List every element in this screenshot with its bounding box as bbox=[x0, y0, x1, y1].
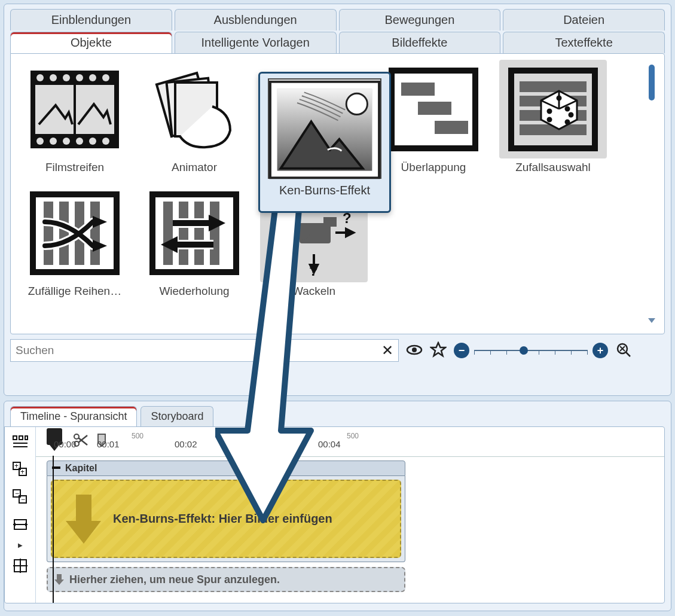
svg-point-10 bbox=[63, 138, 70, 145]
search-input[interactable] bbox=[16, 344, 381, 357]
fit-width-button[interactable] bbox=[10, 514, 30, 535]
zoom-in-button[interactable]: + bbox=[592, 343, 608, 358]
object-item-zufaellige-reihenfolge[interactable]: Zufällige Reihen… bbox=[19, 184, 130, 298]
search-toolbar: ✕ − + bbox=[10, 339, 665, 362]
arrow-down-icon bbox=[63, 492, 105, 546]
svg-text:?: ? bbox=[309, 263, 318, 278]
remove-track-button[interactable]: −− bbox=[10, 487, 30, 507]
svg-text:−: − bbox=[15, 489, 19, 498]
svg-rect-73 bbox=[19, 436, 23, 440]
tab-label: Objekte bbox=[71, 36, 112, 49]
tab-label: Timeline - Spuransicht bbox=[20, 410, 127, 422]
tab-bildeffekte[interactable]: Bildeffekte bbox=[339, 32, 501, 53]
tab-dateien[interactable]: Dateien bbox=[503, 9, 665, 31]
dice-icon bbox=[499, 60, 607, 158]
chapter-body: Ken-Burns-Effekt: Hier Bilder einfügen bbox=[47, 476, 405, 562]
ken-burns-drop-zone[interactable]: Ken-Burns-Effekt: Hier Bilder einfügen bbox=[51, 480, 401, 558]
svg-point-31 bbox=[557, 96, 561, 100]
scroll-thumb[interactable] bbox=[649, 65, 655, 100]
svg-marker-59 bbox=[274, 229, 282, 236]
svg-rect-23 bbox=[520, 81, 587, 92]
object-label: Animator bbox=[139, 161, 250, 174]
ruler-time-label: 00:04 bbox=[318, 439, 341, 449]
filmstrip-icon bbox=[21, 60, 129, 158]
fit-all-button[interactable] bbox=[10, 556, 30, 576]
kenburns-icon bbox=[268, 78, 381, 179]
svg-point-36 bbox=[566, 120, 569, 124]
zoom-slider-track[interactable] bbox=[474, 350, 588, 351]
object-label: Überlappung bbox=[378, 161, 489, 174]
tracks-overview-button[interactable] bbox=[10, 432, 30, 452]
tab-label: Bewegungen bbox=[384, 13, 454, 26]
object-label: Zufällige Reihen… bbox=[19, 285, 130, 298]
tab-label: Texteffekte bbox=[555, 36, 612, 49]
ruler-time-label: 00:00 bbox=[54, 439, 77, 449]
tab-texteffekte[interactable]: Texteffekte bbox=[503, 32, 665, 53]
tab-ausblendungen[interactable]: Ausblendungen bbox=[175, 9, 337, 31]
ruler-subtick-label: 500 bbox=[347, 432, 359, 440]
eye-icon[interactable] bbox=[406, 341, 423, 360]
zoom-slider: − + bbox=[454, 343, 608, 358]
object-label: Wackeln bbox=[258, 285, 369, 298]
shuffle-icon bbox=[21, 184, 129, 282]
drop-hint-label: Ken-Burns-Effekt: Hier Bilder einfügen bbox=[113, 512, 332, 526]
tab-einblendungen[interactable]: Einblendungen bbox=[10, 9, 172, 31]
drag-preview-label: Ken-Burns-Effekt bbox=[279, 184, 370, 197]
chevron-down-icon[interactable] bbox=[648, 318, 655, 323]
chapter-header[interactable]: Kapitel bbox=[47, 461, 405, 476]
svg-line-69 bbox=[626, 352, 630, 356]
clear-search-icon[interactable]: ✕ bbox=[381, 342, 393, 359]
svg-point-9 bbox=[50, 138, 57, 145]
svg-point-4 bbox=[63, 74, 70, 81]
svg-rect-74 bbox=[25, 436, 28, 440]
tab-objekte[interactable]: Objekte bbox=[10, 32, 172, 53]
tab-label: Intelligente Vorlagen bbox=[201, 36, 310, 49]
svg-rect-38 bbox=[44, 202, 53, 265]
object-item-wiederholung[interactable]: Wiederholung bbox=[139, 184, 250, 298]
svg-point-33 bbox=[548, 118, 551, 121]
svg-point-13 bbox=[102, 138, 109, 145]
svg-rect-46 bbox=[179, 202, 188, 265]
svg-point-5 bbox=[76, 74, 83, 81]
tab-intelligente-vorlagen[interactable]: Intelligente Vorlagen bbox=[175, 32, 337, 53]
tab-label: Bildeffekte bbox=[392, 36, 447, 49]
zoom-out-button[interactable]: − bbox=[454, 343, 469, 358]
svg-rect-19 bbox=[401, 83, 435, 96]
timeline-body: ++ −− ▶ 00:00 00:01 500 00:02 00:04 500 bbox=[4, 426, 665, 603]
object-item-zufallsauswahl[interactable]: Zufallsauswahl bbox=[497, 60, 609, 174]
timeline-main: 00:00 00:01 500 00:02 00:04 500 Kapitel … bbox=[36, 427, 664, 603]
repeat-icon bbox=[141, 184, 248, 282]
svg-text:−: − bbox=[21, 495, 25, 504]
svg-rect-72 bbox=[13, 436, 17, 440]
tab-label: Einblendungen bbox=[51, 13, 131, 26]
svg-point-32 bbox=[548, 109, 551, 113]
tab-label: Ausblendungen bbox=[214, 13, 297, 26]
star-icon[interactable] bbox=[430, 341, 447, 360]
svg-marker-67 bbox=[431, 343, 445, 356]
chapter-title: Kapitel bbox=[65, 463, 97, 474]
tab-storyboard[interactable]: Storyboard bbox=[141, 406, 213, 426]
timeline-tabs: Timeline - Spuransicht Storyboard bbox=[10, 406, 665, 426]
tab-bewegungen[interactable]: Bewegungen bbox=[339, 9, 501, 31]
scrollbar[interactable] bbox=[648, 60, 656, 328]
object-item-filmstreifen[interactable]: Filmstreifen bbox=[19, 60, 130, 174]
drag-preview-ken-burns: Ken-Burns-Effekt bbox=[258, 72, 391, 213]
ruler-time-label: 00:01 bbox=[97, 439, 120, 449]
object-item-ueberlappung[interactable]: Überlappung bbox=[378, 60, 489, 174]
svg-text:+: + bbox=[20, 468, 25, 476]
svg-point-52 bbox=[294, 223, 310, 240]
object-label: Filmstreifen bbox=[19, 161, 130, 174]
object-item-animator[interactable]: Animator bbox=[139, 60, 250, 174]
new-track-drop-zone[interactable]: Hierher ziehen, um neue Spur anzulegen. bbox=[47, 567, 405, 592]
svg-rect-47 bbox=[194, 202, 204, 265]
timeline-ruler[interactable]: 00:00 00:01 500 00:02 00:04 500 bbox=[36, 427, 664, 457]
expand-triangle-icon[interactable]: ▶ bbox=[18, 542, 23, 548]
tab-timeline[interactable]: Timeline - Spuransicht bbox=[10, 406, 137, 426]
zoom-slider-knob[interactable] bbox=[520, 346, 528, 355]
svg-point-12 bbox=[89, 138, 96, 145]
add-track-button[interactable]: ++ bbox=[10, 459, 30, 480]
cards-hand-icon bbox=[141, 60, 248, 158]
svg-point-100 bbox=[346, 93, 367, 114]
tabs-row-1: Einblendungen Ausblendungen Bewegungen D… bbox=[10, 9, 665, 31]
reset-zoom-icon[interactable] bbox=[615, 341, 632, 360]
